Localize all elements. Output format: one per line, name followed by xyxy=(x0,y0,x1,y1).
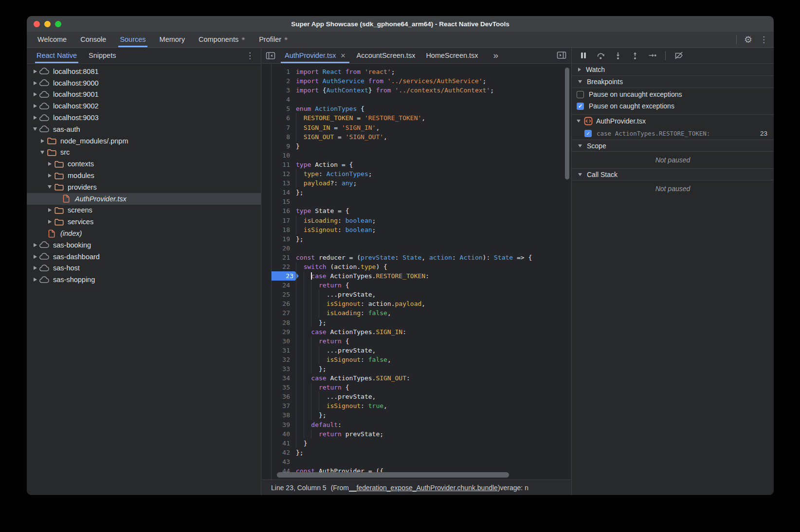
expand-arrow-icon[interactable] xyxy=(32,243,38,247)
pause-script-icon[interactable] xyxy=(579,51,588,60)
line-number[interactable]: 3 xyxy=(272,86,290,95)
code-line[interactable]: 2323 case ActionTypes.RESTORE_TOKEN: xyxy=(262,271,571,281)
close-tab-icon[interactable]: ✕ xyxy=(341,53,346,59)
source-bundle-link[interactable]: __federation_expose_AuthProvider.chunk.b… xyxy=(349,484,498,492)
expand-arrow-icon[interactable] xyxy=(39,151,46,154)
line-number[interactable]: 11 xyxy=(272,160,290,169)
show-debugger-panel-icon[interactable] xyxy=(557,51,566,61)
line-number[interactable]: 17 xyxy=(272,216,290,225)
tree-item-authprovider-tsx[interactable]: AuthProvider.tsx xyxy=(27,193,261,205)
line-number[interactable]: 1 xyxy=(272,67,290,76)
line-number[interactable]: 16 xyxy=(272,206,290,215)
navigator-tab-snippets[interactable]: Snippets xyxy=(83,48,122,63)
line-number[interactable]: 4 xyxy=(272,95,290,104)
breakpoint-entry[interactable]: ✓ case ActionTypes.RESTORE_TOKEN: 23 xyxy=(572,127,774,140)
tree-item-sas-host[interactable]: sas-host xyxy=(27,263,261,274)
zoom-window-button[interactable] xyxy=(55,21,61,27)
breakpoint-file-group[interactable]: AuthProvider.tsx xyxy=(572,114,774,127)
code-line[interactable]: 29 case ActionTypes.SIGN_IN: xyxy=(262,327,571,337)
deactivate-breakpoints-icon[interactable] xyxy=(674,51,684,60)
navigator-tab-react-native[interactable]: React Native xyxy=(31,48,83,63)
code-line[interactable]: 14}; xyxy=(262,188,571,197)
step-into-icon[interactable] xyxy=(614,51,622,60)
tree-item-localhost-9002[interactable]: localhost:9002 xyxy=(27,100,261,112)
code-line[interactable]: 37 isSignout: true, xyxy=(262,401,571,410)
editor-vertical-scrollbar[interactable] xyxy=(565,68,569,179)
code-line[interactable]: 28 }; xyxy=(262,318,571,327)
editor-tab-accountscreen-tsx[interactable]: AccountScreen.tsx xyxy=(351,48,420,63)
scope-section-header[interactable]: Scope xyxy=(572,140,774,152)
line-number[interactable]: 7 xyxy=(272,123,290,132)
code-line[interactable]: 36 ...prevState, xyxy=(262,392,571,401)
line-number[interactable]: 43 xyxy=(272,457,290,466)
tree-item-src[interactable]: src xyxy=(27,147,261,159)
tab-memory[interactable]: Memory xyxy=(153,32,192,47)
line-number[interactable]: 28 xyxy=(272,318,290,327)
code-line[interactable]: 13 payload?: any; xyxy=(262,178,571,188)
line-number[interactable]: 26 xyxy=(272,299,290,308)
expand-arrow-icon[interactable] xyxy=(32,266,38,270)
code-line[interactable]: 40 return prevState; xyxy=(262,429,571,439)
expand-arrow-icon[interactable] xyxy=(32,255,38,259)
tree-item-providers[interactable]: providers xyxy=(27,181,261,193)
code-line[interactable]: 34 case ActionTypes.SIGN_OUT: xyxy=(262,373,571,383)
code-line[interactable]: 42}; xyxy=(262,448,571,457)
code-line[interactable]: 18 isSignout: boolean; xyxy=(262,225,571,234)
code-line[interactable]: 10 xyxy=(262,151,571,160)
line-number[interactable]: 9 xyxy=(272,142,290,151)
code-line[interactable]: 25 ...prevState, xyxy=(262,290,571,299)
breakpoints-section-header[interactable]: Breakpoints xyxy=(572,76,774,88)
pause-caught-checkbox[interactable]: ✓ xyxy=(577,103,584,110)
line-number[interactable]: 12 xyxy=(272,169,290,178)
code-line[interactable]: 7 SIGN_IN = 'SIGN_IN', xyxy=(262,123,571,132)
tree-item-localhost-8081[interactable]: localhost:8081 xyxy=(27,66,261,77)
code-line[interactable]: 6 RESTORE_TOKEN = 'RESTORE_TOKEN', xyxy=(262,113,571,123)
step-out-icon[interactable] xyxy=(631,51,639,60)
hide-navigator-icon[interactable] xyxy=(262,48,279,63)
tree-item-localhost-9000[interactable]: localhost:9000 xyxy=(27,77,261,89)
editor-tab-authprovider-tsx[interactable]: AuthProvider.tsx✕ xyxy=(279,48,351,63)
expand-arrow-icon[interactable] xyxy=(32,92,38,96)
minimize-window-button[interactable] xyxy=(44,21,51,27)
line-number[interactable]: 37 xyxy=(272,401,290,410)
line-number[interactable]: 25 xyxy=(272,290,290,299)
line-number[interactable]: 34 xyxy=(272,373,290,383)
line-number[interactable]: 41 xyxy=(272,439,290,448)
line-number[interactable]: 27 xyxy=(272,308,290,318)
line-number[interactable]: 39 xyxy=(272,420,290,429)
code-line[interactable]: 21const reducer = (prevState: State, act… xyxy=(262,253,571,262)
step-icon[interactable] xyxy=(648,51,657,60)
watch-section-header[interactable]: Watch xyxy=(572,64,774,76)
code-line[interactable]: 41 } xyxy=(262,439,571,448)
tree-item-index[interactable]: (index) xyxy=(27,228,261,239)
code-line[interactable]: 11type Action = { xyxy=(262,160,571,169)
code-line[interactable]: 22 switch (action.type) { xyxy=(262,262,571,271)
code-line[interactable]: 38 }; xyxy=(262,410,571,420)
code-line[interactable]: 43 xyxy=(262,457,571,466)
tree-item-localhost-9003[interactable]: localhost:9003 xyxy=(27,112,261,124)
code-line[interactable]: 3import {AuthContext} from '../contexts/… xyxy=(262,86,571,95)
tree-item-screens[interactable]: screens xyxy=(27,205,261,216)
tree-item-modules[interactable]: modules xyxy=(27,170,261,181)
code-line[interactable]: 9} xyxy=(262,142,571,151)
code-line[interactable]: 31 ...prevState, xyxy=(262,346,571,355)
code-line[interactable]: 20 xyxy=(262,244,571,253)
pause-uncaught-checkbox[interactable] xyxy=(577,91,584,98)
more-tabs-icon[interactable]: » xyxy=(491,48,502,63)
line-number[interactable]: 19 xyxy=(272,234,290,244)
tree-item-sas-auth[interactable]: sas-auth xyxy=(27,124,261,135)
line-number[interactable]: 32 xyxy=(272,355,290,364)
expand-arrow-icon[interactable] xyxy=(46,174,53,177)
tab-console[interactable]: Console xyxy=(73,32,113,47)
code-line[interactable]: 16type State = { xyxy=(262,206,571,215)
navigator-menu-kebab-icon[interactable]: ⋮ xyxy=(246,52,254,60)
code-line[interactable]: 2import AuthService from '../services/Au… xyxy=(262,76,571,86)
expand-arrow-icon[interactable] xyxy=(32,104,38,108)
expand-arrow-icon[interactable] xyxy=(39,139,46,143)
code-line[interactable]: 19}; xyxy=(262,234,571,244)
code-line[interactable]: 30 return { xyxy=(262,337,571,346)
line-number[interactable]: 31 xyxy=(272,346,290,355)
tree-item-sas-booking[interactable]: sas-booking xyxy=(27,239,261,251)
code-line[interactable]: 15 xyxy=(262,197,571,206)
tree-item-node-modules-pnpm[interactable]: node_modules/.pnpm xyxy=(27,135,261,147)
